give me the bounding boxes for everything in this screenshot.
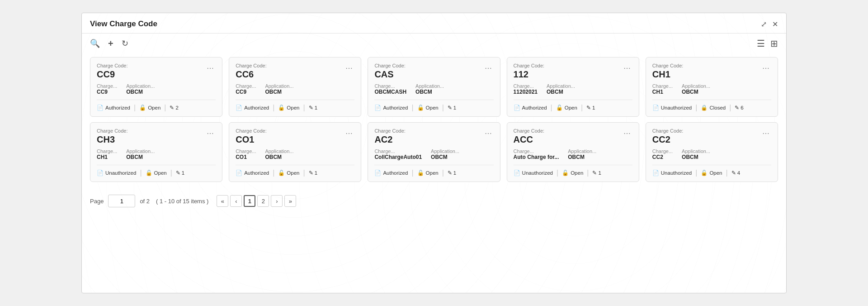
page-label: Page <box>90 198 104 205</box>
prev-page-button[interactable]: ‹ <box>230 195 242 207</box>
card-cc2-app: Application... OBCM <box>682 148 710 160</box>
card-cc2-code: CC2 <box>652 134 684 145</box>
card-ac2-title: Charge Code: AC2 <box>374 128 406 145</box>
card-acc-label: Charge Code: <box>514 128 545 134</box>
card-cas-footer: 📄 Authorized | 🔓 Open | ✎ 1 <box>374 100 493 112</box>
card-ac2-app: Application... OBCM <box>431 148 459 160</box>
lock-open-icon: 🔓 <box>701 170 708 176</box>
card-112-lock: 🔓 Open <box>556 105 577 111</box>
card-ch3-title: Charge Code: CH3 <box>97 128 128 145</box>
card-cc2-menu[interactable]: ⋯ <box>760 128 771 139</box>
card-cc9-code: CC9 <box>97 69 128 80</box>
grid-view-icon[interactable]: ⊞ <box>770 38 778 49</box>
card-co1-charge: Charge... CO1 <box>236 148 256 160</box>
card-cc2-title: Charge Code: CC2 <box>652 128 684 145</box>
lock-open-icon: 🔓 <box>417 170 424 176</box>
card-cc6-header: Charge Code: CC6 ⋯ <box>236 63 354 80</box>
card-acc-title: Charge Code: ACC <box>514 128 545 145</box>
card-cc9-label: Charge Code: <box>97 63 128 68</box>
card-112-label: Charge Code: <box>514 63 545 68</box>
card-acc-meta: Charge... Auto Charge for... Application… <box>514 148 632 160</box>
card-ch3-lock: 🔓 Open <box>146 170 167 176</box>
card-ch1-lock: 🔒 Closed <box>701 105 726 111</box>
card-cc2-footer: 📄 Unauthorized | 🔓 Open | ✎ 4 <box>652 165 771 177</box>
window-actions: ⤢ ✕ <box>761 20 778 29</box>
card-ch1-menu[interactable]: ⋯ <box>760 63 771 73</box>
close-icon[interactable]: ✕ <box>772 20 778 29</box>
card-ch1-label: Charge Code: <box>652 63 684 68</box>
card-ch3-meta: Charge... CH1 Application... OBCM <box>97 148 216 160</box>
card-acc-header: Charge Code: ACC ⋯ <box>514 128 632 145</box>
card-acc-menu[interactable]: ⋯ <box>622 128 632 139</box>
card-ch3[interactable]: Charge Code: CH3 ⋯ Charge... CH1 Applica… <box>90 122 222 182</box>
edit-icon: ✎ <box>176 170 180 176</box>
doc-icon: 📄 <box>374 105 381 111</box>
card-ac2-footer: 📄 Authorized | 🔓 Open | ✎ 1 <box>374 165 493 177</box>
card-ch3-charge: Charge... CH1 <box>97 148 117 160</box>
card-co1[interactable]: Charge Code: CO1 ⋯ Charge... CO1 Applica… <box>229 122 361 182</box>
list-view-icon[interactable]: ☰ <box>757 38 765 49</box>
card-ch1-app: Application... OBCM <box>682 83 710 95</box>
card-ch1-footer: 📄 Unauthorized | 🔒 Closed | ✎ 6 <box>652 100 771 112</box>
card-cc2-charge: Charge... CC2 <box>652 148 673 160</box>
lock-open-icon: 🔓 <box>278 105 285 111</box>
card-acc-charge: Charge... Auto Charge for... <box>514 148 559 160</box>
search-icon[interactable]: 🔍 <box>90 38 100 48</box>
card-ac2-header: Charge Code: AC2 ⋯ <box>374 128 493 145</box>
card-cas[interactable]: Charge Code: CAS ⋯ Charge... OBCMCASH Ap… <box>368 57 500 117</box>
card-cc6-footer: 📄 Authorized | 🔓 Open | ✎ 1 <box>236 100 354 112</box>
card-cc2-status: 📄 Unauthorized <box>652 170 692 176</box>
card-acc-code: ACC <box>514 134 545 145</box>
expand-icon[interactable]: ⤢ <box>761 20 767 29</box>
card-cas-title: Charge Code: CAS <box>374 63 406 80</box>
card-112-header: Charge Code: 112 ⋯ <box>514 63 632 80</box>
card-cas-menu[interactable]: ⋯ <box>483 63 494 73</box>
window-title: View Charge Code <box>90 19 157 29</box>
card-cas-status: 📄 Authorized <box>374 105 408 111</box>
card-cc9-menu[interactable]: ⋯ <box>205 63 216 73</box>
card-cas-meta: Charge... OBCMCASH Application... OBCM <box>374 83 493 95</box>
main-window: View Charge Code ⤢ ✕ 🔍 + ↻ ☰ ⊞ Charge Co… <box>81 13 787 293</box>
card-cc9[interactable]: Charge Code: CC9 ⋯ Charge... CC9 Applica… <box>90 57 222 117</box>
card-ch1[interactable]: Charge Code: CH1 ⋯ Charge... CH1 Applica… <box>646 57 778 117</box>
last-page-button[interactable]: » <box>284 195 296 207</box>
refresh-icon[interactable]: ↻ <box>122 38 128 48</box>
card-co1-lock: 🔓 Open <box>278 170 299 176</box>
card-cc6[interactable]: Charge Code: CC6 ⋯ Charge... CC9 Applica… <box>229 57 361 117</box>
card-cc6-label: Charge Code: <box>236 63 267 68</box>
card-co1-menu[interactable]: ⋯ <box>344 128 354 139</box>
card-ac2-charge: Charge... CollChargeAuto01 <box>374 148 422 160</box>
card-cc9-status: 📄 Authorized <box>97 105 130 111</box>
page-input[interactable] <box>108 195 135 207</box>
card-cc2-meta: Charge... CC2 Application... OBCM <box>652 148 771 160</box>
first-page-button[interactable]: « <box>217 195 228 207</box>
edit-icon: ✎ <box>170 105 174 111</box>
card-ac2-menu[interactable]: ⋯ <box>483 128 494 139</box>
range-label: ( 1 - 10 of 15 items ) <box>156 198 208 205</box>
card-cc6-count: ✎ 1 <box>309 105 317 111</box>
card-cas-charge: Charge... OBCMCASH <box>374 83 406 95</box>
card-ac2[interactable]: Charge Code: AC2 ⋯ Charge... CollChargeA… <box>368 122 500 182</box>
card-112-title: Charge Code: 112 <box>514 63 545 80</box>
card-112-footer: 📄 Authorized | 🔓 Open | ✎ 1 <box>514 100 632 112</box>
page-1-button[interactable]: 1 <box>244 195 255 207</box>
card-ch3-menu[interactable]: ⋯ <box>205 128 216 139</box>
card-cc2[interactable]: Charge Code: CC2 ⋯ Charge... CC2 Applica… <box>646 122 778 182</box>
card-acc-footer: 📄 Unauthorized | 🔓 Open | ✎ 1 <box>514 165 632 177</box>
card-ac2-status: 📄 Authorized <box>374 170 408 176</box>
card-co1-title: Charge Code: CO1 <box>236 128 267 145</box>
edit-icon: ✎ <box>448 170 452 176</box>
card-cc9-charge: Charge... CC9 <box>97 83 117 95</box>
doc-icon: 📄 <box>374 170 381 176</box>
add-icon[interactable]: + <box>108 38 113 49</box>
next-page-button[interactable]: › <box>271 195 283 207</box>
card-cc6-menu[interactable]: ⋯ <box>344 63 354 73</box>
card-112[interactable]: Charge Code: 112 ⋯ Charge... 11202021 Ap… <box>507 57 639 117</box>
page-2-button[interactable]: 2 <box>257 195 269 207</box>
pagination-bar: Page of 2 ( 1 - 10 of 15 items ) « ‹ 1 2… <box>82 186 786 214</box>
card-112-count: ✎ 1 <box>586 105 595 111</box>
card-112-menu[interactable]: ⋯ <box>622 63 632 73</box>
doc-icon: 📄 <box>652 170 659 176</box>
card-acc[interactable]: Charge Code: ACC ⋯ Charge... Auto Charge… <box>507 122 639 182</box>
doc-icon: 📄 <box>236 105 242 111</box>
